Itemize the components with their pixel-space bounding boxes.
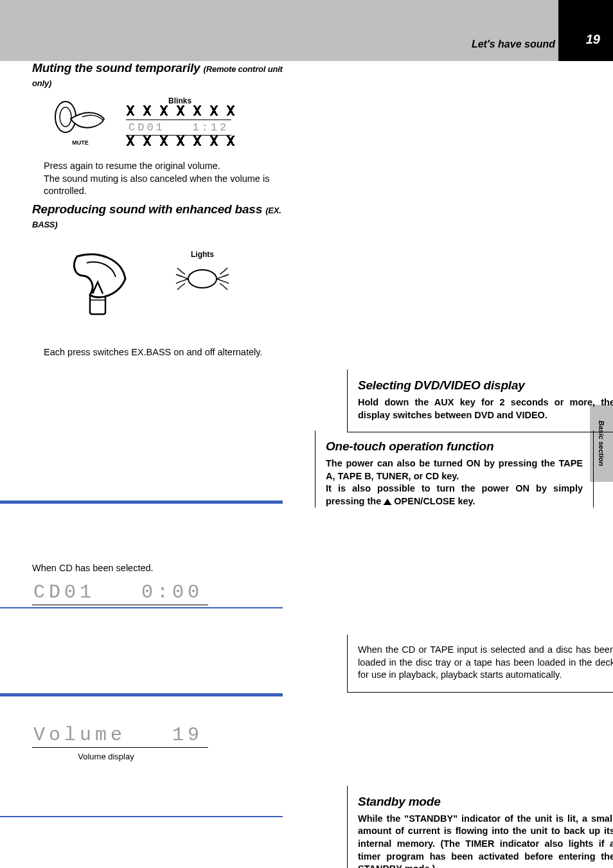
blink-icon: CD01 1:12 (122, 105, 238, 146)
onetouch-p2: It is also possible to turn the power ON… (326, 483, 583, 508)
bass-body: Each press switches EX.BASS on and off a… (32, 346, 289, 359)
cd-selected-intro: When CD has been selected. (32, 562, 289, 575)
heading-onetouch: One-touch operation function (326, 439, 583, 454)
mute-label: MUTE (51, 139, 109, 146)
svg-point-4 (188, 270, 217, 288)
lights-label: Lights (173, 250, 231, 259)
header-band: 19 Let's have sound (0, 0, 613, 61)
divider-blue (0, 500, 283, 504)
ex-bass-indicator-icon (173, 263, 231, 295)
heading-standby: Standby mode (358, 795, 613, 809)
mute-button-icon (51, 94, 109, 139)
lcd-volume: Volume 19 (32, 724, 208, 748)
divider-blue (0, 693, 283, 696)
blinks-label: Blinks (122, 96, 238, 105)
heading-dvd: Selecting DVD/VIDEO display (358, 378, 613, 393)
lcd-cd-selected: CD01 0:00 (32, 581, 208, 605)
volume-caption: Volume display (32, 752, 180, 761)
press-button-icon (64, 250, 135, 327)
dvd-body: Hold down the AUX key for 2 seconds or m… (358, 396, 613, 421)
page-number-patch: 19 (558, 0, 613, 61)
svg-point-1 (60, 107, 71, 127)
lcd-muting: CD01 1:12 (126, 120, 231, 136)
standby-p1: While the "STANDBY" indicator of the uni… (358, 813, 613, 868)
heading-bass-main: Reproducing sound with enhanced bass (32, 202, 262, 216)
divider-blue (0, 607, 283, 608)
heading-muting: Muting the sound temporarily (Remote con… (32, 61, 289, 89)
onetouch-note: When the CD or TAPE input is selected an… (358, 644, 613, 682)
onetouch-p2b: OPEN/CLOSE key. (391, 496, 475, 506)
divider-blue (0, 816, 283, 817)
breadcrumb: Let's have sound (472, 39, 555, 50)
muting-body: Press again to resume the original volum… (32, 160, 289, 198)
heading-muting-main: Muting the sound temporarily (32, 61, 200, 75)
heading-bass: Reproducing sound with enhanced bass (EX… (32, 202, 289, 231)
page-number: 19 (586, 32, 600, 47)
onetouch-p1: The power can also be turned ON by press… (326, 457, 583, 483)
eject-icon-bar (384, 504, 391, 505)
